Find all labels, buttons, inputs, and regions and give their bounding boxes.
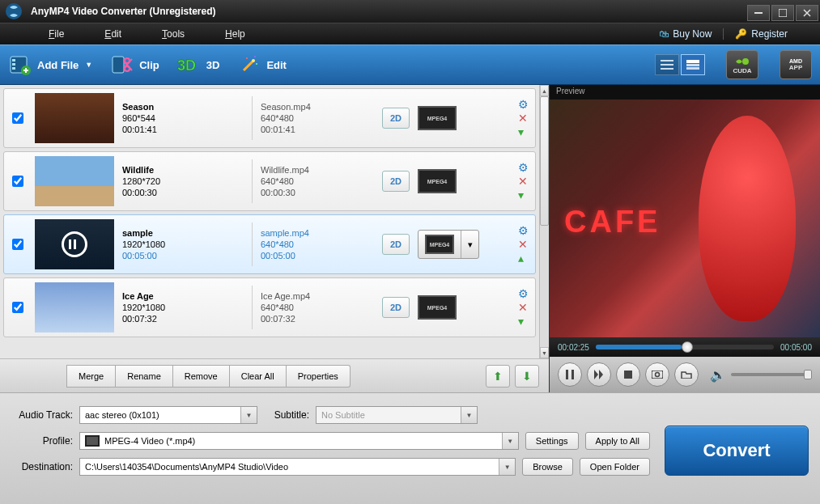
volume-slider[interactable] <box>731 373 812 376</box>
svg-rect-23 <box>566 370 568 379</box>
row-down-icon[interactable]: ▾ <box>518 189 529 201</box>
rename-button[interactable]: Rename <box>116 365 173 388</box>
svg-point-27 <box>656 373 660 377</box>
thumbnail[interactable] <box>35 93 114 143</box>
svg-point-14 <box>256 63 257 65</box>
chevron-down-icon[interactable]: ▾ <box>461 231 478 258</box>
preview-video[interactable]: CAFE <box>550 100 820 337</box>
merge-button[interactable]: Merge <box>66 365 116 388</box>
row-settings-icon[interactable]: ⚙ <box>518 162 529 173</box>
destination-label: Destination: <box>11 461 73 472</box>
list-item[interactable]: Wildlife 1280*720 00:00:30 Wildlife.mp4 … <box>3 151 536 211</box>
svg-point-12 <box>252 59 255 62</box>
scroll-handle[interactable] <box>540 96 549 226</box>
apply-all-button[interactable]: Apply to All <box>585 432 650 450</box>
move-up-button[interactable]: ⬆ <box>486 365 510 388</box>
2d-badge[interactable]: 2D <box>382 108 410 129</box>
out-name: Wildlife.mp4 <box>261 165 374 175</box>
close-button[interactable] <box>796 5 818 21</box>
codec-dropdown[interactable]: MPEG4 ▾ <box>418 230 479 259</box>
view-detail-button[interactable] <box>681 54 705 75</box>
destination-field[interactable]: C:\Users\140354\Documents\AnyMP4 Studio\… <box>79 458 516 476</box>
svg-rect-16 <box>661 60 673 61</box>
row-up-icon[interactable]: ▴ <box>518 252 529 264</box>
thumbnail[interactable] <box>35 156 114 206</box>
row-down-icon[interactable]: ▾ <box>518 316 529 327</box>
menu-edit[interactable]: Edit <box>104 28 121 40</box>
clear-all-button[interactable]: Clear All <box>230 365 287 388</box>
thumbnail[interactable] <box>35 282 114 332</box>
edit-button[interactable]: Edit <box>237 53 287 77</box>
file-name: sample <box>122 228 244 238</box>
register-link[interactable]: 🔑 Register <box>735 28 788 40</box>
row-remove-icon[interactable]: ✕ <box>518 302 529 313</box>
titlebar[interactable]: AnyMP4 Video Converter (Unregistered) <box>0 0 820 23</box>
minimize-button[interactable] <box>747 5 770 21</box>
out-resolution: 640*480 <box>261 303 374 312</box>
2d-badge[interactable]: 2D <box>382 171 410 192</box>
menu-tools[interactable]: Tools <box>162 28 185 40</box>
subtitle-combo[interactable]: No Subtitle▼ <box>316 406 478 424</box>
row-settings-icon[interactable]: ⚙ <box>518 99 529 110</box>
row-checkbox[interactable] <box>12 239 23 250</box>
clip-button[interactable]: Clip <box>110 53 159 77</box>
pause-button[interactable] <box>558 362 582 387</box>
camera-icon <box>652 371 663 379</box>
settings-button[interactable]: Settings <box>525 432 579 450</box>
row-remove-icon[interactable]: ✕ <box>518 112 529 124</box>
move-down-button[interactable]: ⬇ <box>515 365 539 388</box>
scroll-up-icon[interactable]: ▲ <box>540 85 549 96</box>
list-item[interactable]: Season 960*544 00:01:41 Season.mp4 640*4… <box>3 88 536 148</box>
2d-badge[interactable]: 2D <box>382 234 410 255</box>
svg-rect-24 <box>571 370 574 379</box>
svg-point-15 <box>254 56 256 57</box>
file-resolution: 1920*1080 <box>122 303 244 312</box>
list-item[interactable]: Ice Age 1920*1080 00:07:32 Ice Age.mp4 6… <box>3 277 536 337</box>
3d-button[interactable]: 3D 3D <box>177 53 220 77</box>
folder-icon <box>681 371 692 379</box>
remove-button[interactable]: Remove <box>173 365 230 388</box>
add-file-button[interactable]: Add File ▼ <box>8 53 92 77</box>
menu-file[interactable]: File <box>49 28 64 40</box>
maximize-button[interactable] <box>771 5 794 21</box>
file-name: Season <box>122 102 244 112</box>
open-folder-button[interactable]: Open Folder <box>580 458 650 476</box>
row-checkbox[interactable] <box>12 302 23 313</box>
chevron-down-icon: ▼ <box>240 407 257 423</box>
buy-now-link[interactable]: 🛍 Buy Now <box>659 28 712 40</box>
convert-button[interactable]: Convert <box>665 426 809 476</box>
chevron-down-icon: ▼ <box>85 61 92 69</box>
audio-track-combo[interactable]: aac stereo (0x101)▼ <box>79 406 257 424</box>
row-remove-icon[interactable]: ✕ <box>518 239 529 250</box>
svg-rect-26 <box>652 371 663 379</box>
next-button[interactable] <box>587 362 611 387</box>
profile-combo[interactable]: MPEG-4 Video (*.mp4)▼ <box>79 432 519 450</box>
snapshot-folder-button[interactable] <box>674 362 699 387</box>
thumbnail[interactable] <box>35 219 114 269</box>
row-settings-icon[interactable]: ⚙ <box>518 288 529 299</box>
row-settings-icon[interactable]: ⚙ <box>518 225 529 236</box>
seek-slider[interactable] <box>596 345 774 349</box>
row-down-icon[interactable]: ▾ <box>518 126 529 138</box>
mpeg-icon <box>85 435 100 447</box>
menu-help[interactable]: Help <box>225 28 245 40</box>
svg-text:3D: 3D <box>177 57 196 74</box>
scroll-down-icon[interactable]: ▼ <box>540 347 549 358</box>
volume-icon[interactable]: 🔈 <box>710 367 726 383</box>
forward-icon <box>594 370 604 379</box>
scrollbar[interactable]: ▲ ▼ <box>539 85 549 358</box>
svg-rect-18 <box>661 68 673 70</box>
row-checkbox[interactable] <box>12 112 23 124</box>
out-resolution: 640*480 <box>261 176 374 186</box>
2d-badge[interactable]: 2D <box>382 297 410 318</box>
list-item[interactable]: sample 1920*1080 00:05:00 sample.mp4 640… <box>3 214 536 274</box>
chevron-down-icon: ▼ <box>461 407 477 423</box>
view-list-button[interactable] <box>655 54 679 75</box>
stop-button[interactable] <box>616 362 640 387</box>
properties-button[interactable]: Properties <box>287 365 351 388</box>
browse-button[interactable]: Browse <box>522 458 573 476</box>
row-remove-icon[interactable]: ✕ <box>518 176 529 187</box>
row-checkbox[interactable] <box>12 176 23 187</box>
snapshot-button[interactable] <box>645 362 669 387</box>
svg-rect-8 <box>113 57 124 73</box>
